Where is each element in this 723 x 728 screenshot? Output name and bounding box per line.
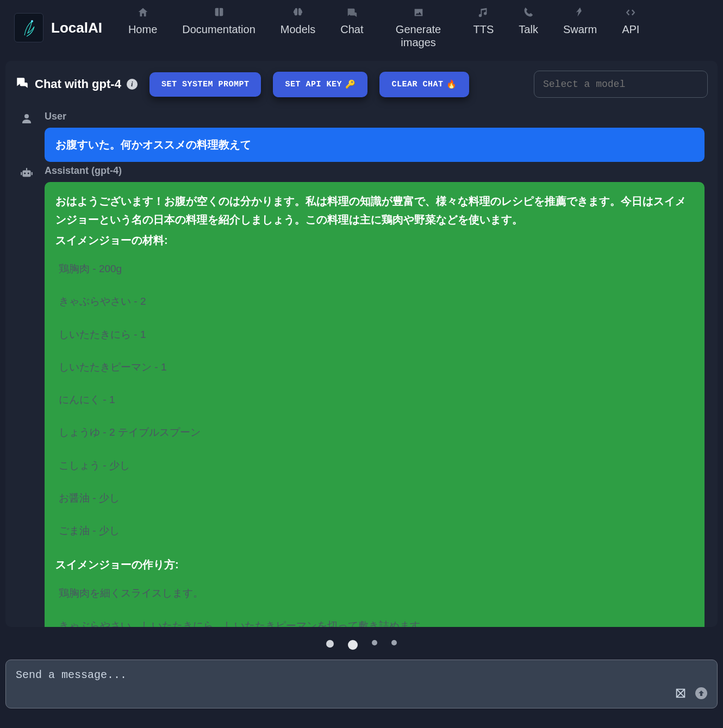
assistant-avatar-icon	[18, 166, 35, 183]
logo	[14, 13, 43, 42]
set-system-prompt-button[interactable]: SET SYSTEM PROMPT	[149, 72, 261, 97]
ingredient-item: お醤油 - 少し	[59, 489, 694, 507]
composer	[5, 660, 718, 708]
user-message-bubble: お腹すいた。何かオススメの料理教えて	[45, 128, 705, 162]
nav-api[interactable]: API	[622, 7, 639, 36]
nav-models[interactable]: Models	[281, 7, 315, 36]
nav-label: Swarm	[563, 23, 597, 36]
svg-rect-6	[21, 172, 22, 175]
assistant-intro: おはようございます！お腹が空くのは分かります。私は料理の知識が豊富で、様々な料理…	[55, 192, 694, 229]
message-input[interactable]	[15, 668, 667, 700]
nav-label: Talk	[519, 23, 538, 36]
ingredient-item: きゃぶらやさい - 2	[59, 293, 694, 310]
assistant-role-label: Assistant (gpt-4)	[45, 165, 705, 177]
brain-icon	[292, 7, 304, 21]
clear-chat-button[interactable]: CLEAR CHAT 🔥	[379, 72, 469, 97]
ingredient-item: しいたたきピーマン - 1	[59, 359, 694, 376]
music-icon	[477, 7, 489, 21]
attach-button[interactable]	[674, 686, 688, 700]
send-button[interactable]	[694, 686, 708, 700]
button-label: SET API KEY	[285, 80, 342, 89]
nav-tts[interactable]: TTS	[473, 7, 494, 36]
brand[interactable]: LocalAI	[14, 13, 102, 42]
svg-point-1	[24, 114, 29, 118]
steps-heading: スイメンジョーの作り方:	[55, 555, 694, 574]
loading-dot-icon	[372, 640, 377, 645]
svg-point-3	[24, 172, 26, 174]
chat-bubbles-icon	[15, 76, 29, 93]
chat-icon	[346, 7, 358, 21]
image-icon	[413, 7, 425, 21]
ingredient-item: ごま油 - 少し	[59, 522, 694, 539]
svg-rect-5	[26, 168, 27, 170]
toolbar: Chat with gpt-4 i SET SYSTEM PROMPT SET …	[15, 71, 708, 98]
book-icon	[213, 7, 225, 21]
key-icon: 🔑	[345, 79, 356, 90]
nav-label: Chat	[340, 23, 363, 36]
nav-label: Documentation	[182, 23, 255, 36]
nav-chat[interactable]: Chat	[340, 7, 363, 36]
nav-label: Generate images	[389, 23, 448, 49]
nav-swarm[interactable]: Swarm	[563, 7, 597, 36]
set-api-key-button[interactable]: SET API KEY 🔑	[273, 72, 367, 97]
page-title: Chat with gpt-4 i	[15, 76, 138, 93]
loading-dot-icon	[348, 640, 358, 650]
nav-items: Home Documentation Models Chat Generate …	[128, 7, 639, 49]
info-icon[interactable]: i	[127, 79, 138, 90]
ingredients-heading: スイメンジョーの材料:	[55, 231, 694, 249]
svg-point-4	[28, 172, 29, 174]
page-title-text: Chat with gpt-4	[35, 77, 121, 91]
nav-talk[interactable]: Talk	[519, 7, 538, 36]
svg-point-0	[31, 20, 33, 22]
user-message-text: お腹すいた。何かオススメの料理教えて	[55, 139, 251, 150]
home-icon	[137, 7, 149, 21]
swarm-icon	[574, 7, 586, 21]
ingredient-item: しいたたきにら - 1	[59, 326, 694, 343]
svg-rect-7	[32, 172, 33, 175]
step-item: きゃぶらやさい、しいたたきにら、しいたたきピーマンを切って敷き詰めます。	[59, 617, 694, 627]
api-icon	[625, 7, 637, 21]
user-avatar-icon	[18, 112, 35, 127]
phone-icon	[522, 7, 534, 21]
page: Chat with gpt-4 i SET SYSTEM PROMPT SET …	[5, 61, 718, 627]
top-nav: LocalAI Home Documentation Models Chat G…	[0, 0, 723, 55]
nav-home[interactable]: Home	[128, 7, 157, 36]
loading-dot-icon	[326, 640, 334, 648]
svg-rect-2	[22, 171, 30, 177]
nav-label: TTS	[473, 23, 494, 36]
chat-row-user: User お腹すいた。何かオススメの料理教えて	[18, 111, 705, 162]
chat-scroll[interactable]: User お腹すいた。何かオススメの料理教えて Assistant (gpt-4…	[15, 105, 708, 627]
chat-row-assistant: Assistant (gpt-4) おはようございます！お腹が空くのは分かります…	[18, 165, 705, 627]
ingredient-item: こしょう - 少し	[59, 457, 694, 474]
ingredient-item: 鶏胸肉 - 200g	[59, 260, 694, 278]
user-role-label: User	[45, 111, 705, 122]
button-label: SET SYSTEM PROMPT	[161, 80, 250, 89]
nav-label: Models	[281, 23, 315, 36]
nav-documentation[interactable]: Documentation	[182, 7, 255, 36]
nav-label: API	[622, 23, 639, 36]
ingredient-item: しょうゆ - 2 テイブルスプーン	[59, 424, 694, 441]
model-select[interactable]	[534, 71, 708, 98]
loading-indicator	[0, 627, 723, 660]
step-item: 鶏胸肉を細くスライスします。	[59, 585, 694, 602]
ingredient-item: にんにく - 1	[59, 391, 694, 409]
button-label: CLEAR CHAT	[391, 80, 443, 89]
assistant-message-bubble: おはようございます！お腹が空くのは分かります。私は料理の知識が豊富で、様々な料理…	[45, 182, 705, 627]
fire-icon: 🔥	[446, 79, 457, 90]
nav-label: Home	[128, 23, 157, 36]
loading-dot-icon	[391, 640, 397, 645]
nav-generate-images[interactable]: Generate images	[389, 7, 448, 49]
brand-name: LocalAI	[51, 20, 102, 36]
